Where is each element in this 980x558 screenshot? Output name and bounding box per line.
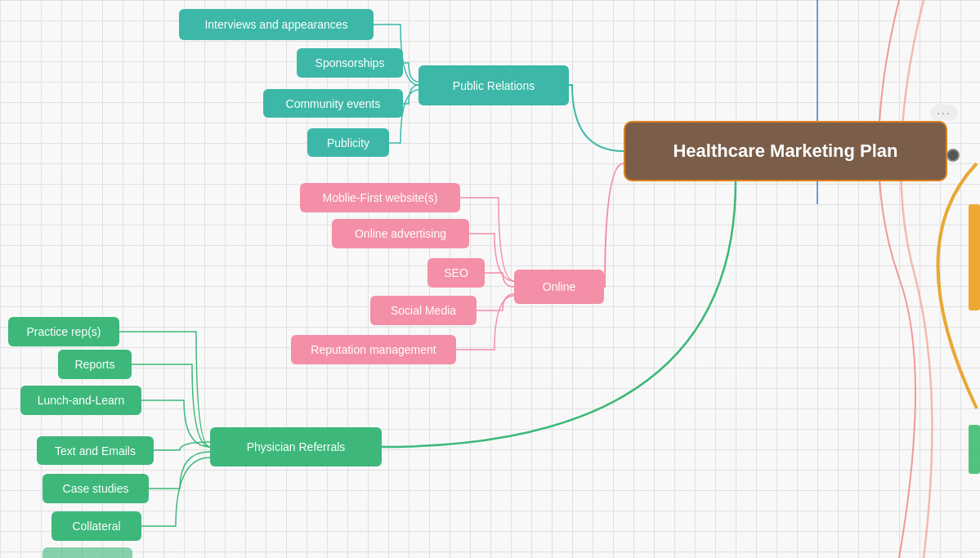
public-relations-node[interactable]: Public Relations bbox=[418, 65, 569, 105]
bottom-partial-node[interactable] bbox=[43, 547, 132, 558]
case-studies-node[interactable]: Case studies bbox=[43, 474, 149, 503]
mobile-first-node[interactable]: Moblie-First website(s) bbox=[300, 183, 460, 212]
publicity-node[interactable]: Publicity bbox=[307, 128, 389, 157]
reports-node[interactable]: Reports bbox=[58, 350, 132, 379]
text-and-emails-node[interactable]: Text and Emails bbox=[37, 436, 154, 465]
physician-referrals-node[interactable]: Physician Referrals bbox=[210, 427, 382, 466]
online-node[interactable]: Online bbox=[514, 270, 604, 304]
practice-reps-node[interactable]: Practice rep(s) bbox=[8, 317, 119, 346]
reputation-management-node[interactable]: Reputation management bbox=[291, 335, 456, 364]
online-advertising-node[interactable]: Online advertising bbox=[332, 219, 469, 248]
seo-node[interactable]: SEO bbox=[427, 258, 485, 288]
community-events-node[interactable]: Community events bbox=[263, 89, 403, 118]
collateral-node[interactable]: Collateral bbox=[51, 511, 141, 541]
sponsorships-node[interactable]: Sponsorships bbox=[297, 48, 403, 78]
social-media-node[interactable]: Social Media bbox=[370, 296, 477, 325]
context-menu-icon[interactable]: ··· bbox=[930, 105, 958, 121]
main-node[interactable]: Healthcare Marketing Plan bbox=[624, 121, 947, 181]
lunch-and-learn-node[interactable]: Lunch-and-Learn bbox=[20, 386, 141, 415]
main-node-connector bbox=[946, 149, 960, 162]
interviews-node[interactable]: Interviews and appearances bbox=[179, 9, 374, 40]
